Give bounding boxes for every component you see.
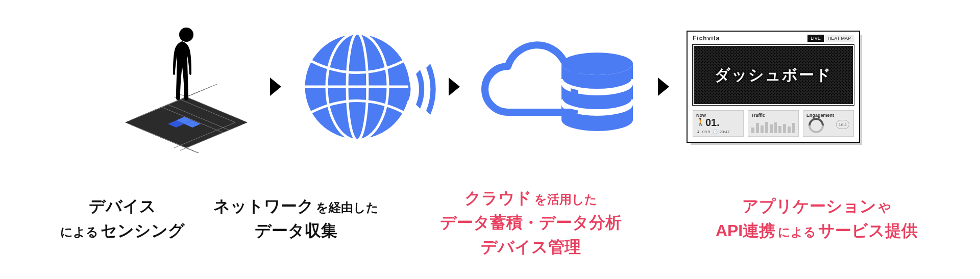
stage-1-icon	[120, 20, 253, 153]
stage-4-icon: Fichvita LIVE HEAT MAP ダッシュボード Now 🚶 01.…	[687, 31, 860, 143]
stage-1-label: デバイス による センシング	[46, 194, 199, 243]
cloud-database-icon	[477, 36, 641, 138]
temperature-icon: 🌡	[696, 130, 700, 134]
flow-row: Fichvita LIVE HEAT MAP ダッシュボード Now 🚶 01.…	[0, 15, 980, 158]
signal-icon	[406, 64, 442, 115]
card-now-sub1: 09.9	[702, 130, 710, 134]
dashboard-top-bar: Fichvita LIVE HEAT MAP	[688, 32, 859, 43]
label-strong: ネットワーク	[213, 197, 314, 215]
card-now-sub: 🌡 09.9 🕒 20:47	[696, 130, 730, 134]
person-walking-icon: 🚶	[696, 118, 705, 126]
labels-row: デバイス による センシング ネットワーク を経由した データ収集 クラウド を…	[0, 194, 980, 275]
clock-icon: 🕒	[713, 130, 718, 134]
dashboard-hero-title: ダッシュボード	[715, 65, 832, 86]
label-text: による	[778, 225, 816, 239]
stage-3-label: クラウド を活用した データ蓄積・データ分析 デバイス管理	[419, 186, 643, 259]
dashboard-card-traffic: Traffic	[748, 110, 799, 137]
label-text: による	[60, 225, 99, 239]
dashboard-tabs: LIVE HEAT MAP	[807, 35, 854, 42]
dashboard-card-now: Now 🚶 01. 🌡 09.9 🕒 20:47	[693, 110, 744, 137]
person-on-sensor-grid-icon	[120, 20, 253, 153]
label-strong: アプリケーション	[742, 197, 876, 215]
label-strong: サービス提供	[818, 221, 918, 240]
stage-3-icon	[477, 36, 641, 138]
globe-icon	[299, 28, 416, 145]
flow-arrow-icon	[447, 77, 462, 97]
label-strong: センシング	[101, 221, 185, 240]
dashboard-brand: Fichvita	[693, 35, 720, 42]
label-strong: API連携	[716, 221, 775, 240]
stage-2-label: ネットワーク を経由した データ収集	[204, 194, 388, 243]
label-strong: クラウド	[464, 189, 532, 207]
label-strong: デバイス管理	[481, 238, 581, 256]
dashboard-mock: Fichvita LIVE HEAT MAP ダッシュボード Now 🚶 01.…	[687, 31, 860, 143]
dashboard-cards: Now 🚶 01. 🌡 09.9 🕒 20:47 Traffic	[688, 107, 859, 142]
card-traffic-title: Traffic	[751, 113, 795, 118]
engagement-badge: 16.2	[836, 120, 849, 129]
stage-2-icon	[299, 28, 431, 145]
dashboard-hero: ダッシュボード	[693, 45, 854, 105]
svg-marker-21	[270, 78, 281, 96]
card-now-sub2: 20:47	[720, 130, 730, 134]
label-strong: データ蓄積・データ分析	[440, 213, 622, 232]
label-strong: データ収集	[255, 221, 337, 240]
dashboard-card-engagement: Engagement 16.2	[803, 110, 854, 137]
label-text: を経由した	[316, 200, 379, 214]
dashboard-tab-live: LIVE	[807, 35, 824, 42]
label-text: や	[878, 200, 891, 214]
card-engagement-title: Engagement	[806, 113, 850, 118]
svg-marker-27	[449, 78, 460, 96]
label-text: を活用した	[534, 192, 597, 206]
svg-point-28	[561, 53, 633, 75]
flow-arrow-icon	[268, 77, 283, 97]
card-now-count: 01.	[705, 117, 720, 129]
flow-arrow-icon	[656, 77, 671, 97]
gauge-icon	[805, 115, 827, 136]
svg-marker-29	[658, 78, 669, 96]
dashboard-tab-heatmap: HEAT MAP	[825, 35, 854, 42]
stage-4-label: アプリケーション や API連携 による サービス提供	[699, 194, 934, 243]
svg-point-20	[179, 28, 193, 42]
label-strong: デバイス	[89, 197, 156, 215]
traffic-bars-icon	[751, 119, 795, 133]
